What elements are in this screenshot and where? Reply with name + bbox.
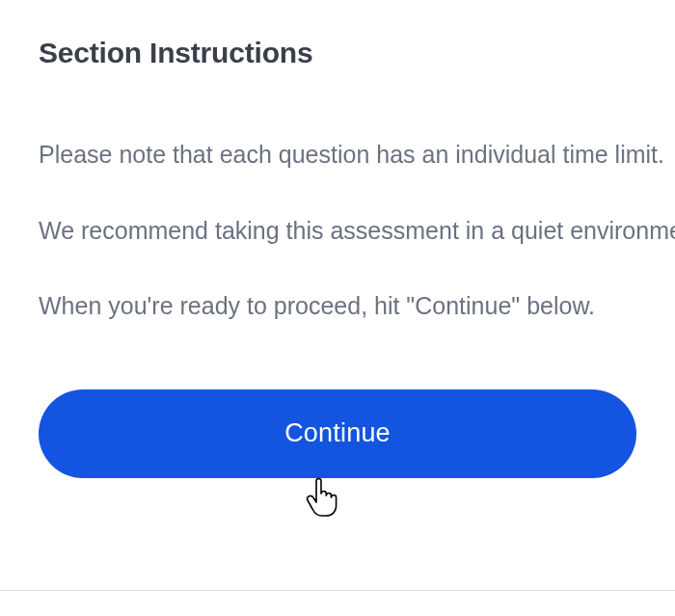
instructions-container: Section Instructions Please note that ea… xyxy=(0,0,675,478)
instruction-line-3: When you're ready to proceed, hit "Conti… xyxy=(39,290,675,322)
bottom-divider xyxy=(0,590,675,591)
continue-button[interactable]: Continue xyxy=(39,389,636,478)
pointer-cursor-icon xyxy=(305,477,338,522)
section-heading: Section Instructions xyxy=(39,37,675,69)
instruction-line-2: We recommend taking this assessment in a… xyxy=(39,215,675,247)
instruction-line-1: Please note that each question has an in… xyxy=(39,139,675,171)
